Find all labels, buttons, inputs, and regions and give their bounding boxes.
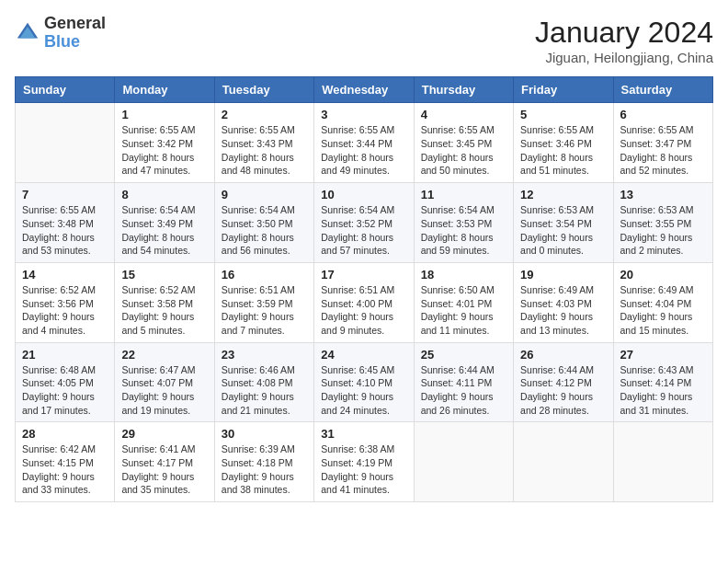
day-number: 20 bbox=[620, 268, 706, 282]
weekday-header-thursday: Thursday bbox=[414, 77, 513, 103]
day-info: Sunrise: 6:55 AMSunset: 3:47 PMDaylight:… bbox=[620, 123, 706, 178]
day-number: 14 bbox=[22, 268, 108, 282]
calendar-cell: 8Sunrise: 6:54 AMSunset: 3:49 PMDaylight… bbox=[115, 183, 214, 263]
day-number: 5 bbox=[520, 108, 606, 121]
calendar-cell bbox=[16, 103, 115, 183]
day-number: 15 bbox=[121, 268, 207, 282]
calendar-cell: 15Sunrise: 6:52 AMSunset: 3:58 PMDayligh… bbox=[115, 262, 214, 342]
day-number: 30 bbox=[222, 427, 307, 441]
day-number: 23 bbox=[222, 348, 307, 362]
day-info: Sunrise: 6:41 AMSunset: 4:17 PMDaylight:… bbox=[121, 442, 207, 497]
day-info: Sunrise: 6:52 AMSunset: 3:58 PMDaylight:… bbox=[121, 283, 207, 338]
day-info: Sunrise: 6:55 AMSunset: 3:46 PMDaylight:… bbox=[520, 123, 606, 178]
calendar-location: Jiguan, Heilongjiang, China bbox=[535, 50, 713, 65]
calendar-cell: 7Sunrise: 6:55 AMSunset: 3:48 PMDaylight… bbox=[16, 183, 115, 263]
calendar-cell: 26Sunrise: 6:44 AMSunset: 4:12 PMDayligh… bbox=[514, 342, 613, 422]
day-number: 25 bbox=[421, 348, 506, 362]
logo-text: General Blue bbox=[44, 15, 106, 52]
day-number: 10 bbox=[321, 188, 406, 201]
calendar-cell: 22Sunrise: 6:47 AMSunset: 4:07 PMDayligh… bbox=[115, 342, 214, 422]
day-number: 17 bbox=[321, 268, 406, 282]
calendar-cell bbox=[514, 422, 613, 502]
day-info: Sunrise: 6:46 AMSunset: 4:08 PMDaylight:… bbox=[222, 363, 307, 418]
day-number: 27 bbox=[620, 348, 706, 362]
day-info: Sunrise: 6:51 AMSunset: 4:00 PMDaylight:… bbox=[321, 283, 406, 338]
weekday-header-wednesday: Wednesday bbox=[314, 77, 414, 103]
weekday-header-friday: Friday bbox=[514, 77, 613, 103]
day-number: 13 bbox=[620, 188, 706, 201]
day-info: Sunrise: 6:52 AMSunset: 3:56 PMDaylight:… bbox=[22, 283, 108, 338]
day-info: Sunrise: 6:44 AMSunset: 4:12 PMDaylight:… bbox=[520, 363, 606, 418]
calendar-title: January 2024 bbox=[535, 15, 713, 50]
day-number: 12 bbox=[520, 188, 606, 201]
day-number: 3 bbox=[321, 108, 406, 121]
calendar-cell: 10Sunrise: 6:54 AMSunset: 3:52 PMDayligh… bbox=[314, 183, 414, 263]
day-info: Sunrise: 6:38 AMSunset: 4:19 PMDaylight:… bbox=[321, 442, 406, 497]
calendar-cell: 12Sunrise: 6:53 AMSunset: 3:54 PMDayligh… bbox=[514, 183, 613, 263]
day-number: 4 bbox=[421, 108, 506, 121]
day-info: Sunrise: 6:49 AMSunset: 4:04 PMDaylight:… bbox=[620, 283, 706, 338]
calendar-cell: 9Sunrise: 6:54 AMSunset: 3:50 PMDaylight… bbox=[214, 183, 313, 263]
calendar-cell: 4Sunrise: 6:55 AMSunset: 3:45 PMDaylight… bbox=[414, 103, 513, 183]
day-number: 21 bbox=[22, 348, 108, 362]
day-number: 18 bbox=[421, 268, 506, 282]
logo-icon bbox=[15, 20, 40, 46]
day-info: Sunrise: 6:55 AMSunset: 3:45 PMDaylight:… bbox=[421, 123, 506, 178]
calendar-cell: 1Sunrise: 6:55 AMSunset: 3:42 PMDaylight… bbox=[115, 103, 214, 183]
day-number: 31 bbox=[321, 427, 406, 441]
day-number: 29 bbox=[121, 427, 207, 441]
weekday-header-saturday: Saturday bbox=[613, 77, 712, 103]
day-info: Sunrise: 6:54 AMSunset: 3:50 PMDaylight:… bbox=[222, 203, 307, 258]
calendar-week-row: 21Sunrise: 6:48 AMSunset: 4:05 PMDayligh… bbox=[16, 342, 713, 422]
calendar-cell: 3Sunrise: 6:55 AMSunset: 3:44 PMDaylight… bbox=[314, 103, 414, 183]
calendar-cell: 24Sunrise: 6:45 AMSunset: 4:10 PMDayligh… bbox=[314, 342, 414, 422]
calendar-cell: 25Sunrise: 6:44 AMSunset: 4:11 PMDayligh… bbox=[414, 342, 513, 422]
calendar-cell: 16Sunrise: 6:51 AMSunset: 3:59 PMDayligh… bbox=[214, 262, 313, 342]
day-number: 6 bbox=[620, 108, 706, 121]
calendar-cell: 18Sunrise: 6:50 AMSunset: 4:01 PMDayligh… bbox=[414, 262, 513, 342]
calendar-cell: 31Sunrise: 6:38 AMSunset: 4:19 PMDayligh… bbox=[314, 422, 414, 502]
calendar-cell: 17Sunrise: 6:51 AMSunset: 4:00 PMDayligh… bbox=[314, 262, 414, 342]
title-block: January 2024 Jiguan, Heilongjiang, China bbox=[535, 15, 713, 65]
weekday-header-row: SundayMondayTuesdayWednesdayThursdayFrid… bbox=[16, 77, 713, 103]
weekday-header-tuesday: Tuesday bbox=[214, 77, 313, 103]
day-number: 11 bbox=[421, 188, 506, 201]
day-info: Sunrise: 6:44 AMSunset: 4:11 PMDaylight:… bbox=[421, 363, 506, 418]
calendar-cell: 11Sunrise: 6:54 AMSunset: 3:53 PMDayligh… bbox=[414, 183, 513, 263]
day-info: Sunrise: 6:54 AMSunset: 3:52 PMDaylight:… bbox=[321, 203, 406, 258]
calendar-cell: 29Sunrise: 6:41 AMSunset: 4:17 PMDayligh… bbox=[115, 422, 214, 502]
calendar-table: SundayMondayTuesdayWednesdayThursdayFrid… bbox=[15, 76, 713, 502]
day-number: 24 bbox=[321, 348, 406, 362]
day-info: Sunrise: 6:43 AMSunset: 4:14 PMDaylight:… bbox=[620, 363, 706, 418]
calendar-cell: 27Sunrise: 6:43 AMSunset: 4:14 PMDayligh… bbox=[613, 342, 712, 422]
calendar-cell: 30Sunrise: 6:39 AMSunset: 4:18 PMDayligh… bbox=[214, 422, 313, 502]
calendar-cell: 5Sunrise: 6:55 AMSunset: 3:46 PMDaylight… bbox=[514, 103, 613, 183]
day-info: Sunrise: 6:55 AMSunset: 3:48 PMDaylight:… bbox=[22, 203, 108, 258]
calendar-cell: 23Sunrise: 6:46 AMSunset: 4:08 PMDayligh… bbox=[214, 342, 313, 422]
weekday-header-sunday: Sunday bbox=[16, 77, 115, 103]
day-number: 1 bbox=[121, 108, 207, 121]
day-info: Sunrise: 6:48 AMSunset: 4:05 PMDaylight:… bbox=[22, 363, 108, 418]
calendar-week-row: 1Sunrise: 6:55 AMSunset: 3:42 PMDaylight… bbox=[16, 103, 713, 183]
calendar-cell: 13Sunrise: 6:53 AMSunset: 3:55 PMDayligh… bbox=[613, 183, 712, 263]
day-info: Sunrise: 6:55 AMSunset: 3:42 PMDaylight:… bbox=[121, 123, 207, 178]
day-number: 22 bbox=[121, 348, 207, 362]
calendar-cell: 19Sunrise: 6:49 AMSunset: 4:03 PMDayligh… bbox=[514, 262, 613, 342]
day-info: Sunrise: 6:55 AMSunset: 3:43 PMDaylight:… bbox=[222, 123, 307, 178]
day-info: Sunrise: 6:45 AMSunset: 4:10 PMDaylight:… bbox=[321, 363, 406, 418]
calendar-cell: 21Sunrise: 6:48 AMSunset: 4:05 PMDayligh… bbox=[16, 342, 115, 422]
page-header: General Blue January 2024 Jiguan, Heilon… bbox=[15, 15, 713, 65]
day-info: Sunrise: 6:53 AMSunset: 3:55 PMDaylight:… bbox=[620, 203, 706, 258]
day-number: 16 bbox=[222, 268, 307, 282]
day-number: 7 bbox=[22, 188, 108, 201]
day-number: 2 bbox=[222, 108, 307, 121]
day-number: 28 bbox=[22, 427, 108, 441]
day-info: Sunrise: 6:47 AMSunset: 4:07 PMDaylight:… bbox=[121, 363, 207, 418]
calendar-cell: 2Sunrise: 6:55 AMSunset: 3:43 PMDaylight… bbox=[214, 103, 313, 183]
day-number: 26 bbox=[520, 348, 606, 362]
day-info: Sunrise: 6:42 AMSunset: 4:15 PMDaylight:… bbox=[22, 442, 108, 497]
calendar-week-row: 14Sunrise: 6:52 AMSunset: 3:56 PMDayligh… bbox=[16, 262, 713, 342]
day-info: Sunrise: 6:50 AMSunset: 4:01 PMDaylight:… bbox=[421, 283, 506, 338]
day-number: 19 bbox=[520, 268, 606, 282]
logo: General Blue bbox=[15, 15, 106, 52]
